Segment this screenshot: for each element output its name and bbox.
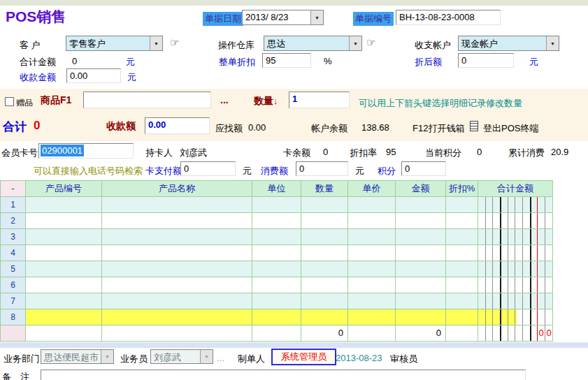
- grid-cell: [396, 213, 446, 229]
- grid-cell: [301, 277, 348, 293]
- total-spend-label: 累计消费: [508, 147, 545, 159]
- account-value: 现金帐户: [459, 36, 546, 50]
- chevron-down-icon[interactable]: ▼: [310, 10, 323, 24]
- grid-cell: [252, 197, 301, 213]
- card-pay-label: 卡支付额: [145, 165, 182, 177]
- table-row[interactable]: 2: [1, 213, 553, 229]
- product-input[interactable]: [83, 92, 211, 108]
- chevron-down-icon: ▼: [200, 350, 213, 363]
- discount-rate-label: 折扣率: [350, 147, 377, 159]
- grid-cell: [478, 229, 553, 245]
- yuan-suffix: 元: [126, 56, 135, 68]
- warehouse-value: 思达: [264, 36, 349, 50]
- discount-rate-value: 95: [386, 147, 396, 157]
- received-label: 收款额: [106, 120, 136, 133]
- grid-cell: [446, 229, 478, 245]
- row-number: 4: [1, 245, 26, 261]
- gift-label: 赠品: [16, 97, 33, 109]
- grid-cell: [478, 245, 553, 261]
- dept-combobox[interactable]: 思达便民超市 ▼: [41, 349, 114, 364]
- pointing-hand-icon[interactable]: ☞: [366, 37, 375, 48]
- qty-input[interactable]: 1: [289, 92, 350, 108]
- grand-total-label: 合计: [3, 119, 27, 135]
- chevron-down-icon[interactable]: ▼: [150, 36, 162, 50]
- qty-label-group: 数量↓: [254, 94, 278, 108]
- card-pay-input[interactable]: 0: [180, 161, 236, 176]
- account-label: 收支帐户: [415, 39, 451, 52]
- browse-button[interactable]: ...: [220, 94, 229, 105]
- grid-cell: [102, 309, 252, 326]
- grid-cell: [396, 309, 446, 326]
- receive-amount-input[interactable]: 0.00: [66, 68, 121, 83]
- grid-cell: [26, 309, 102, 326]
- yuan-suffix: 元: [529, 56, 538, 68]
- account-combobox[interactable]: 现金帐户 ▼: [458, 36, 559, 51]
- grid-cell: [26, 293, 102, 309]
- grid-cell: [301, 229, 348, 245]
- table-row[interactable]: 7: [1, 293, 553, 309]
- warehouse-combobox[interactable]: 思达 ▼: [264, 36, 362, 51]
- card-holder-label: 持卡人: [145, 147, 173, 159]
- order-discount-input[interactable]: 95: [262, 53, 311, 68]
- doc-no-input[interactable]: BH-13-08-23-0008: [396, 10, 501, 25]
- customer-combobox[interactable]: 零售客户 ▼: [66, 36, 163, 51]
- table-row[interactable]: 8: [1, 309, 553, 326]
- grid-cell: [102, 197, 252, 213]
- table-row[interactable]: 1: [1, 197, 553, 213]
- table-row[interactable]: 6: [1, 277, 553, 293]
- grid-cell: [396, 293, 446, 309]
- column-header: 产品编号: [26, 181, 102, 197]
- dept-label: 业务部门: [3, 353, 40, 365]
- grid-cell: [478, 293, 553, 309]
- column-header: 数量: [301, 181, 348, 197]
- grid-cell: [26, 229, 102, 245]
- totals-amount-cell: 0: [396, 326, 446, 342]
- remark-label: 备 注: [2, 371, 29, 380]
- yuan-suffix: 元: [243, 165, 252, 177]
- column-header: 单位: [252, 181, 301, 197]
- received-input[interactable]: 0.00: [145, 117, 210, 134]
- doc-no-label: 单据编号: [353, 12, 394, 26]
- table-row[interactable]: 3: [1, 229, 553, 245]
- after-discount-input[interactable]: 0: [458, 53, 514, 68]
- table-row[interactable]: 5: [1, 261, 553, 277]
- grid-cell: [396, 197, 446, 213]
- points-input[interactable]: 0: [401, 161, 446, 176]
- dept-value: 思达便民超市: [41, 350, 101, 363]
- grid-cell: [102, 245, 252, 261]
- warehouse-label: 操作仓库: [218, 39, 254, 52]
- gift-checkbox[interactable]: [5, 97, 14, 106]
- grid-cell: [252, 261, 301, 277]
- grid-cell: [446, 326, 478, 342]
- card-balance-value: 0: [323, 147, 328, 157]
- grid-cell: [348, 293, 396, 309]
- remark-input[interactable]: [41, 370, 526, 380]
- grid-cell: [478, 213, 553, 229]
- doc-date-combobox[interactable]: 2013/ 8/23 ▼: [242, 10, 324, 25]
- grid-cell: [446, 261, 478, 277]
- member-card-input[interactable]: 02900001: [38, 143, 134, 159]
- grid-cell: [102, 261, 252, 277]
- logout-pos-button[interactable]: 登出POS终端: [483, 122, 538, 135]
- chevron-down-icon[interactable]: ▼: [349, 36, 361, 50]
- browse-button[interactable]: ...: [217, 353, 224, 363]
- table-row[interactable]: 4: [1, 245, 553, 261]
- column-header: 产品名称: [102, 181, 252, 197]
- column-header: 单价: [348, 181, 396, 197]
- spend-input[interactable]: 0: [296, 161, 348, 176]
- yuan-suffix: 元: [355, 165, 364, 177]
- open-drawer-button[interactable]: F12打开钱箱: [413, 122, 464, 135]
- grid-cell: [252, 293, 301, 309]
- chevron-down-icon[interactable]: ▼: [546, 36, 559, 50]
- grid-cell: [446, 309, 478, 326]
- total-amount-value: 0: [72, 56, 77, 66]
- clerk-combobox[interactable]: 刘彦武 ▼: [150, 349, 213, 364]
- qty-label: 数量: [254, 95, 273, 106]
- product-label: 商品F1: [41, 94, 71, 107]
- grid-cell: [102, 229, 252, 245]
- pointing-hand-icon[interactable]: ☞: [170, 37, 179, 48]
- cash-drawer-icon[interactable]: [470, 121, 478, 131]
- current-points-value: 0: [477, 147, 482, 157]
- grid-cell: [446, 213, 478, 229]
- current-points-label: 当前积分: [425, 147, 461, 159]
